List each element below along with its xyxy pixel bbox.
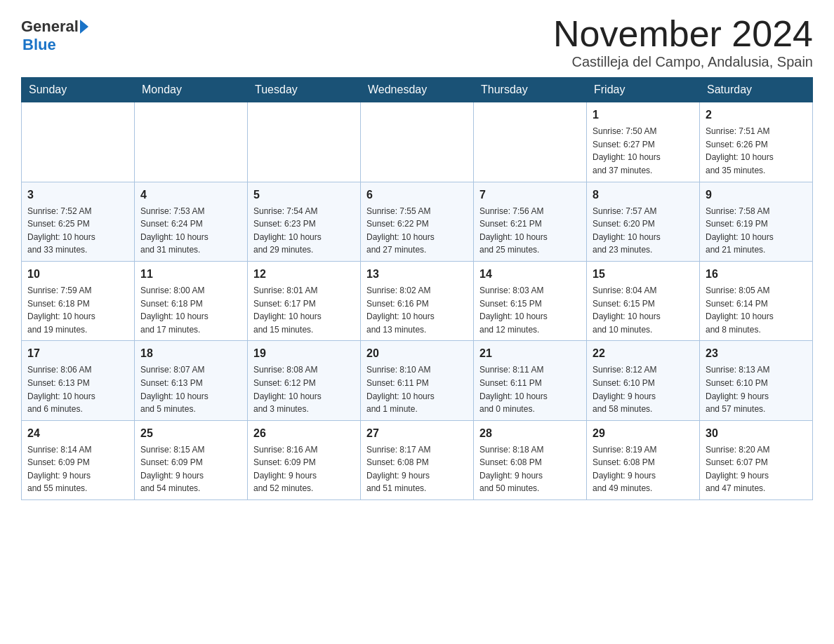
- col-sunday: Sunday: [22, 78, 135, 102]
- table-row: 30Sunrise: 8:20 AM Sunset: 6:07 PM Dayli…: [700, 420, 813, 499]
- table-row: 2Sunrise: 7:51 AM Sunset: 6:26 PM Daylig…: [700, 102, 813, 182]
- table-row: 16Sunrise: 8:05 AM Sunset: 6:14 PM Dayli…: [700, 261, 813, 340]
- day-info: Sunrise: 8:11 AM Sunset: 6:11 PM Dayligh…: [479, 363, 581, 415]
- title-section: November 2024 Castilleja del Campo, Anda…: [553, 14, 813, 70]
- day-info: Sunrise: 7:51 AM Sunset: 6:26 PM Dayligh…: [706, 125, 807, 177]
- day-info: Sunrise: 8:04 AM Sunset: 6:15 PM Dayligh…: [593, 284, 694, 336]
- day-number: 1: [593, 107, 694, 123]
- table-row: 10Sunrise: 7:59 AM Sunset: 6:18 PM Dayli…: [22, 261, 135, 340]
- day-info: Sunrise: 8:15 AM Sunset: 6:09 PM Dayligh…: [140, 443, 241, 495]
- logo-blue-text: Blue: [22, 36, 56, 54]
- day-info: Sunrise: 8:16 AM Sunset: 6:09 PM Dayligh…: [253, 443, 355, 495]
- day-number: 19: [253, 345, 355, 362]
- table-row: 20Sunrise: 8:10 AM Sunset: 6:11 PM Dayli…: [361, 341, 474, 420]
- day-info: Sunrise: 8:12 AM Sunset: 6:10 PM Dayligh…: [593, 363, 694, 415]
- day-info: Sunrise: 8:07 AM Sunset: 6:13 PM Dayligh…: [140, 363, 241, 415]
- day-number: 13: [366, 266, 468, 283]
- table-row: 1Sunrise: 7:50 AM Sunset: 6:27 PM Daylig…: [587, 102, 700, 182]
- day-number: 10: [27, 266, 128, 283]
- table-row: 22Sunrise: 8:12 AM Sunset: 6:10 PM Dayli…: [587, 341, 700, 420]
- calendar-header-row: Sunday Monday Tuesday Wednesday Thursday…: [22, 78, 813, 102]
- col-saturday: Saturday: [700, 78, 813, 102]
- day-info: Sunrise: 7:58 AM Sunset: 6:19 PM Dayligh…: [706, 205, 807, 257]
- day-number: 21: [479, 345, 581, 362]
- col-wednesday: Wednesday: [361, 78, 474, 102]
- table-row: 7Sunrise: 7:56 AM Sunset: 6:21 PM Daylig…: [474, 182, 587, 261]
- day-info: Sunrise: 7:55 AM Sunset: 6:22 PM Dayligh…: [366, 205, 468, 257]
- logo-triangle-icon: [80, 20, 88, 34]
- table-row: 24Sunrise: 8:14 AM Sunset: 6:09 PM Dayli…: [22, 420, 135, 499]
- day-number: 27: [366, 425, 468, 442]
- day-number: 29: [593, 425, 694, 442]
- day-info: Sunrise: 8:01 AM Sunset: 6:17 PM Dayligh…: [253, 284, 355, 336]
- calendar-week-row: 17Sunrise: 8:06 AM Sunset: 6:13 PM Dayli…: [22, 341, 813, 420]
- day-info: Sunrise: 7:57 AM Sunset: 6:20 PM Dayligh…: [593, 205, 694, 257]
- day-info: Sunrise: 7:56 AM Sunset: 6:21 PM Dayligh…: [479, 205, 581, 257]
- table-row: 11Sunrise: 8:00 AM Sunset: 6:18 PM Dayli…: [135, 261, 248, 340]
- day-info: Sunrise: 8:20 AM Sunset: 6:07 PM Dayligh…: [706, 443, 807, 495]
- day-info: Sunrise: 7:54 AM Sunset: 6:23 PM Dayligh…: [253, 205, 355, 257]
- day-number: 23: [706, 345, 807, 362]
- table-row: 6Sunrise: 7:55 AM Sunset: 6:22 PM Daylig…: [361, 182, 474, 261]
- day-info: Sunrise: 8:13 AM Sunset: 6:10 PM Dayligh…: [706, 363, 807, 415]
- table-row: [135, 102, 248, 182]
- day-number: 14: [479, 266, 581, 283]
- table-row: [474, 102, 587, 182]
- day-number: 15: [593, 266, 694, 283]
- calendar-week-row: 1Sunrise: 7:50 AM Sunset: 6:27 PM Daylig…: [22, 102, 813, 182]
- calendar-week-row: 10Sunrise: 7:59 AM Sunset: 6:18 PM Dayli…: [22, 261, 813, 340]
- logo: General Blue: [21, 18, 88, 54]
- day-number: 5: [253, 187, 355, 203]
- col-monday: Monday: [135, 78, 248, 102]
- day-info: Sunrise: 8:02 AM Sunset: 6:16 PM Dayligh…: [366, 284, 468, 336]
- day-info: Sunrise: 8:14 AM Sunset: 6:09 PM Dayligh…: [27, 443, 128, 495]
- logo-general: General: [21, 18, 79, 36]
- day-info: Sunrise: 8:06 AM Sunset: 6:13 PM Dayligh…: [27, 363, 128, 415]
- col-thursday: Thursday: [474, 78, 587, 102]
- table-row: 15Sunrise: 8:04 AM Sunset: 6:15 PM Dayli…: [587, 261, 700, 340]
- day-number: 17: [27, 345, 128, 362]
- day-number: 30: [706, 425, 807, 442]
- day-info: Sunrise: 8:18 AM Sunset: 6:08 PM Dayligh…: [479, 443, 581, 495]
- calendar-week-row: 3Sunrise: 7:52 AM Sunset: 6:25 PM Daylig…: [22, 182, 813, 261]
- day-info: Sunrise: 7:59 AM Sunset: 6:18 PM Dayligh…: [27, 284, 128, 336]
- calendar-week-row: 24Sunrise: 8:14 AM Sunset: 6:09 PM Dayli…: [22, 420, 813, 499]
- table-row: 8Sunrise: 7:57 AM Sunset: 6:20 PM Daylig…: [587, 182, 700, 261]
- table-row: 4Sunrise: 7:53 AM Sunset: 6:24 PM Daylig…: [135, 182, 248, 261]
- table-row: 26Sunrise: 8:16 AM Sunset: 6:09 PM Dayli…: [248, 420, 361, 499]
- day-number: 4: [140, 187, 241, 203]
- day-info: Sunrise: 8:00 AM Sunset: 6:18 PM Dayligh…: [140, 284, 241, 336]
- table-row: [248, 102, 361, 182]
- calendar-table: Sunday Monday Tuesday Wednesday Thursday…: [21, 77, 813, 500]
- table-row: 23Sunrise: 8:13 AM Sunset: 6:10 PM Dayli…: [700, 341, 813, 420]
- day-number: 26: [253, 425, 355, 442]
- day-info: Sunrise: 8:17 AM Sunset: 6:08 PM Dayligh…: [366, 443, 468, 495]
- table-row: 29Sunrise: 8:19 AM Sunset: 6:08 PM Dayli…: [587, 420, 700, 499]
- col-tuesday: Tuesday: [248, 78, 361, 102]
- day-number: 2: [706, 107, 807, 123]
- day-number: 7: [479, 187, 581, 203]
- table-row: 9Sunrise: 7:58 AM Sunset: 6:19 PM Daylig…: [700, 182, 813, 261]
- month-title: November 2024: [553, 14, 813, 54]
- table-row: [22, 102, 135, 182]
- table-row: 21Sunrise: 8:11 AM Sunset: 6:11 PM Dayli…: [474, 341, 587, 420]
- table-row: 13Sunrise: 8:02 AM Sunset: 6:16 PM Dayli…: [361, 261, 474, 340]
- col-friday: Friday: [587, 78, 700, 102]
- logo-text: General: [21, 18, 88, 36]
- day-info: Sunrise: 7:50 AM Sunset: 6:27 PM Dayligh…: [593, 125, 694, 177]
- day-number: 9: [706, 187, 807, 203]
- page-header: General Blue November 2024 Castilleja de…: [21, 14, 813, 70]
- table-row: 27Sunrise: 8:17 AM Sunset: 6:08 PM Dayli…: [361, 420, 474, 499]
- table-row: 12Sunrise: 8:01 AM Sunset: 6:17 PM Dayli…: [248, 261, 361, 340]
- day-number: 24: [27, 425, 128, 442]
- day-number: 18: [140, 345, 241, 362]
- day-number: 22: [593, 345, 694, 362]
- day-number: 3: [27, 187, 128, 203]
- day-info: Sunrise: 7:53 AM Sunset: 6:24 PM Dayligh…: [140, 205, 241, 257]
- table-row: 17Sunrise: 8:06 AM Sunset: 6:13 PM Dayli…: [22, 341, 135, 420]
- day-number: 12: [253, 266, 355, 283]
- table-row: 25Sunrise: 8:15 AM Sunset: 6:09 PM Dayli…: [135, 420, 248, 499]
- day-number: 25: [140, 425, 241, 442]
- day-info: Sunrise: 8:19 AM Sunset: 6:08 PM Dayligh…: [593, 443, 694, 495]
- table-row: 14Sunrise: 8:03 AM Sunset: 6:15 PM Dayli…: [474, 261, 587, 340]
